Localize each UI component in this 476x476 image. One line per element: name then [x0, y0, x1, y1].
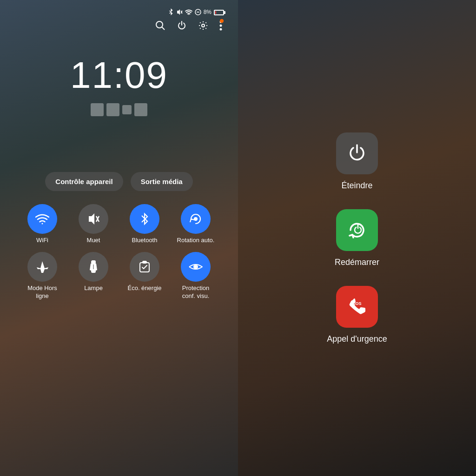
- svg-point-15: [42, 223, 43, 225]
- date-block-4: [134, 103, 147, 116]
- svg-rect-20: [92, 261, 95, 264]
- date-block-3: [122, 105, 132, 114]
- dnd-status-icon: [195, 9, 201, 15]
- rotation-toggle-circle[interactable]: [181, 204, 211, 234]
- svg-line-0: [169, 11, 171, 12]
- svg-marker-2: [177, 9, 180, 15]
- eteindre-option[interactable]: Éteindre: [336, 132, 378, 191]
- eteindre-circle[interactable]: [336, 132, 378, 174]
- eco-label: Éco. énergie: [128, 284, 162, 292]
- svg-marker-16: [89, 213, 94, 225]
- battery-icon: [214, 10, 224, 15]
- muet-label: Muet: [87, 237, 100, 245]
- eco-toggle-circle[interactable]: [130, 252, 159, 282]
- wifi-toggle-circle[interactable]: [27, 204, 57, 234]
- eteindre-label: Éteindre: [341, 181, 372, 191]
- eye-protect-label: Protection conf. visu.: [175, 284, 217, 300]
- wifi-status-icon: [185, 9, 192, 15]
- urgence-circle[interactable]: SOS: [336, 286, 378, 328]
- status-bar: 8%: [9, 8, 229, 16]
- date-block-1: [91, 103, 104, 116]
- bluetooth-label: Bluetooth: [132, 237, 158, 245]
- svg-point-13: [220, 25, 222, 27]
- more-icon[interactable]: [219, 20, 222, 31]
- svg-line-9: [162, 27, 165, 30]
- redemarrer-label: Redémarrer: [335, 258, 379, 267]
- date-block-2: [106, 103, 119, 116]
- status-icons: 8%: [168, 8, 224, 16]
- svg-point-11: [202, 24, 205, 27]
- svg-point-5: [188, 14, 189, 15]
- toggle-airplane[interactable]: Mode Hors ligne: [21, 252, 63, 300]
- airplane-label: Mode Hors ligne: [21, 284, 63, 300]
- toggle-muet[interactable]: Muet: [73, 204, 114, 245]
- toggle-grid: WiFi Muet: [9, 204, 229, 308]
- toggle-wifi[interactable]: WiFi: [21, 204, 63, 245]
- toggle-bluetooth[interactable]: Bluetooth: [124, 204, 165, 245]
- flashlight-toggle-circle[interactable]: [79, 252, 108, 282]
- rotation-label: Rotation auto.: [177, 237, 215, 245]
- svg-point-19: [194, 218, 197, 220]
- svg-point-8: [156, 21, 163, 28]
- svg-point-14: [220, 28, 222, 31]
- settings-icon[interactable]: [198, 20, 208, 31]
- flashlight-label: Lampe: [84, 284, 103, 292]
- muet-toggle-circle[interactable]: [79, 204, 108, 234]
- svg-text:SOS: SOS: [352, 301, 361, 306]
- toggle-row-2: Mode Hors ligne Lampe: [14, 252, 224, 300]
- svg-rect-21: [92, 270, 95, 272]
- redemarrer-option[interactable]: Redémarrer: [335, 209, 379, 267]
- bluetooth-toggle-circle[interactable]: [130, 204, 159, 234]
- redemarrer-circle[interactable]: [336, 209, 378, 251]
- svg-line-1: [169, 13, 171, 14]
- urgence-option[interactable]: SOS Appel d'urgence: [327, 286, 387, 344]
- toggle-eye-protect[interactable]: Protection conf. visu.: [175, 252, 217, 300]
- toggle-eco[interactable]: Éco. énergie: [124, 252, 165, 300]
- time-display: 11:09: [70, 54, 168, 97]
- bluetooth-status-icon: [168, 8, 174, 16]
- left-panel: 8%: [0, 0, 238, 476]
- toggle-rotation[interactable]: Rotation auto.: [175, 204, 217, 245]
- airplane-toggle-circle[interactable]: [27, 252, 57, 282]
- search-icon[interactable]: [155, 20, 165, 31]
- media-buttons: Contrôle appareil Sortie média: [45, 172, 192, 191]
- eye-protect-toggle-circle[interactable]: [181, 252, 211, 282]
- battery-percent: 8%: [204, 9, 212, 15]
- date-bar: [91, 103, 147, 116]
- wifi-label: WiFi: [36, 237, 48, 245]
- urgence-label: Appel d'urgence: [327, 334, 387, 344]
- quick-actions-row: [9, 20, 229, 31]
- controle-appareil-button[interactable]: Contrôle appareil: [45, 172, 123, 191]
- mute-status-icon: [176, 9, 183, 15]
- toggle-flashlight[interactable]: Lampe: [73, 252, 114, 300]
- power-icon[interactable]: [177, 20, 187, 31]
- svg-point-26: [195, 266, 197, 268]
- svg-point-12: [220, 21, 222, 23]
- svg-rect-24: [143, 261, 146, 263]
- sortie-media-button[interactable]: Sortie média: [131, 172, 193, 191]
- right-panel: Éteindre Redémarrer SOS Appel d'urgence: [238, 0, 476, 476]
- toggle-row-1: WiFi Muet: [14, 204, 224, 245]
